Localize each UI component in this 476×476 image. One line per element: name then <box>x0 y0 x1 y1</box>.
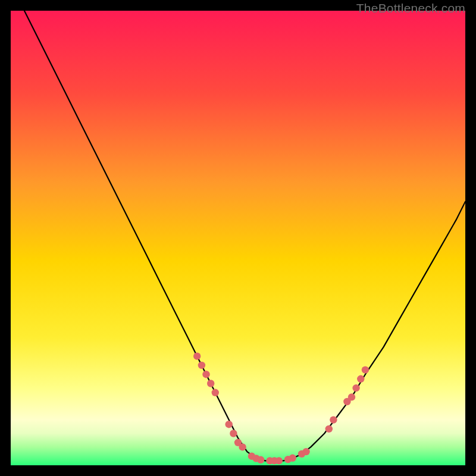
curve-dot <box>325 425 333 433</box>
curve-dot <box>239 443 246 450</box>
curve-dot <box>230 430 237 437</box>
curve-dot <box>348 393 355 400</box>
gradient-background <box>11 11 465 465</box>
bottleneck-chart <box>11 11 465 465</box>
curve-dot <box>352 384 359 392</box>
curve-dot <box>289 455 296 462</box>
curve-dot <box>202 371 209 378</box>
curve-dot <box>302 448 309 455</box>
watermark-text: TheBottleneck.com <box>356 1 465 15</box>
curve-dot <box>198 362 205 369</box>
curve-dot <box>257 456 264 464</box>
curve-dot <box>362 366 369 373</box>
curve-dot <box>357 375 364 383</box>
curve-dot <box>330 416 337 423</box>
curve-dot <box>212 389 219 396</box>
chart-frame <box>11 11 465 465</box>
curve-dot <box>226 421 233 428</box>
curve-dot <box>193 352 201 359</box>
curve-dot <box>207 380 214 387</box>
curve-dot <box>275 457 283 464</box>
